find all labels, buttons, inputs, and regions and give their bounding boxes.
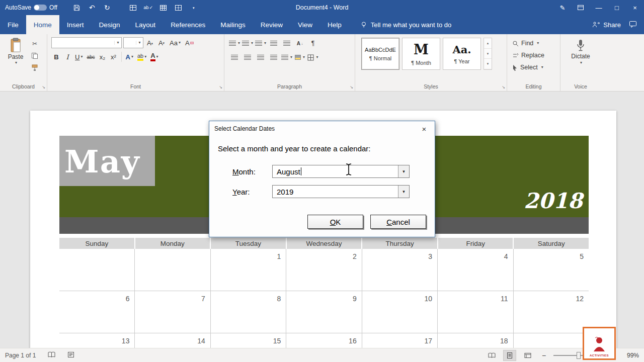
- bold-button[interactable]: B: [51, 51, 61, 62]
- minimize-button[interactable]: —: [590, 0, 608, 15]
- tab-home[interactable]: Home: [26, 15, 59, 34]
- maximize-button[interactable]: □: [608, 0, 626, 15]
- tab-review[interactable]: Review: [253, 15, 290, 34]
- font-name-combobox[interactable]: ▾: [51, 37, 122, 48]
- paragraph-dialog-launcher[interactable]: ↘: [350, 85, 353, 89]
- calendar-cell[interactable]: 13: [59, 333, 135, 348]
- calendar-cell[interactable]: 4: [438, 249, 513, 291]
- increase-indent-button[interactable]: [281, 38, 293, 49]
- year-combobox[interactable]: 2019 ▾: [272, 185, 410, 198]
- justify-button[interactable]: [268, 52, 280, 63]
- styles-dialog-launcher[interactable]: ↘: [502, 85, 505, 89]
- calendar-cell[interactable]: 9: [286, 291, 362, 333]
- dropdown-arrow-icon[interactable]: ▾: [136, 41, 143, 45]
- calendar-cell[interactable]: 5: [514, 249, 589, 291]
- tab-help[interactable]: Help: [320, 15, 349, 34]
- ok-button[interactable]: OK: [307, 215, 363, 229]
- calendar-cell[interactable]: 1: [211, 249, 286, 291]
- calendar-cell[interactable]: 10: [362, 291, 438, 333]
- font-dialog-launcher[interactable]: ↘: [219, 85, 222, 89]
- subscript-button[interactable]: x₂: [98, 51, 108, 62]
- spelling-grammar-button[interactable]: ab✓: [141, 0, 156, 15]
- tab-design[interactable]: Design: [92, 15, 128, 34]
- text-effects-button[interactable]: A▾: [124, 51, 135, 62]
- style-month[interactable]: M ¶ Month: [402, 38, 440, 70]
- web-layout-button[interactable]: [521, 350, 534, 361]
- save-button[interactable]: [69, 0, 85, 15]
- underline-button[interactable]: U▾: [73, 51, 84, 62]
- year-dropdown-button[interactable]: ▾: [398, 186, 409, 198]
- comments-button[interactable]: [629, 21, 637, 29]
- print-layout-button[interactable]: [503, 350, 516, 361]
- calendar-cell[interactable]: 3: [362, 249, 438, 291]
- numbering-button[interactable]: ▾: [242, 38, 254, 49]
- cut-button[interactable]: ✂: [29, 39, 40, 49]
- calendar-cell[interactable]: 17: [362, 333, 438, 348]
- select-button[interactable]: Select ▾: [512, 62, 558, 72]
- calendar-cell[interactable]: 15: [211, 333, 286, 348]
- paste-button[interactable]: Paste ▾: [4, 36, 27, 73]
- tab-layout[interactable]: Layout: [128, 15, 164, 34]
- dialog-title-bar[interactable]: Select Calendar Dates ×: [209, 121, 435, 136]
- style-year[interactable]: Aa. ¶ Year: [443, 38, 481, 70]
- tab-insert[interactable]: Insert: [59, 15, 92, 34]
- redo-button[interactable]: ↻: [100, 0, 115, 15]
- share-button[interactable]: Share: [592, 21, 621, 29]
- tab-view[interactable]: View: [290, 15, 320, 34]
- grow-font-button[interactable]: A▴: [145, 37, 155, 48]
- styles-scroll-down[interactable]: ▾: [484, 49, 492, 59]
- calendar-cell[interactable]: 16: [286, 333, 362, 348]
- strikethrough-button[interactable]: abc: [85, 51, 96, 62]
- find-button[interactable]: Find ▾: [512, 38, 558, 48]
- month-dropdown-button[interactable]: ▾: [398, 165, 409, 177]
- dialog-close-button[interactable]: ×: [414, 121, 435, 136]
- style-normal[interactable]: AaBbCcDdE ¶ Normal: [361, 38, 399, 70]
- change-case-button[interactable]: Aa▾: [168, 37, 182, 48]
- decrease-indent-button[interactable]: [268, 38, 280, 49]
- calendar-cell[interactable]: [514, 333, 589, 348]
- customize-qat-button[interactable]: ▾: [186, 0, 201, 15]
- align-left-button[interactable]: [228, 52, 240, 63]
- insert-table-button[interactable]: [156, 0, 171, 15]
- line-spacing-button[interactable]: ▾: [281, 52, 293, 63]
- autosave-toggle[interactable]: AutoSave Off: [5, 4, 57, 11]
- draw-table-button[interactable]: [126, 0, 141, 15]
- tell-me-box[interactable]: Tell me what you want to do: [360, 15, 451, 34]
- align-center-button[interactable]: [242, 52, 254, 63]
- calendar-cell[interactable]: 8: [211, 291, 286, 333]
- clear-formatting-button[interactable]: A: [184, 37, 195, 48]
- calendar-cell[interactable]: 18: [438, 333, 513, 348]
- font-color-button[interactable]: A▾: [149, 51, 159, 62]
- clipboard-dialog-launcher[interactable]: ↘: [42, 85, 45, 89]
- tab-file[interactable]: File: [0, 15, 26, 34]
- sort-button[interactable]: A↓: [294, 38, 306, 49]
- bullets-button[interactable]: ▾: [228, 38, 240, 49]
- zoom-level[interactable]: 99%: [623, 352, 639, 359]
- zoom-slider-thumb[interactable]: [577, 352, 581, 359]
- calendar-cell[interactable]: 2: [286, 249, 362, 291]
- accessibility-checker-button[interactable]: [67, 351, 74, 359]
- month-combobox[interactable]: August ▾: [272, 165, 410, 178]
- calendar-cell[interactable]: [135, 249, 210, 291]
- shading-button[interactable]: ▾: [294, 52, 306, 63]
- calendar-cell[interactable]: [59, 249, 135, 291]
- calendar-cell[interactable]: 7: [135, 291, 210, 333]
- replace-button[interactable]: Replace: [512, 50, 558, 60]
- styles-scroll-up[interactable]: ▴: [484, 38, 492, 49]
- calendar-cell[interactable]: 6: [59, 291, 135, 333]
- calendar-cell[interactable]: 11: [438, 291, 513, 333]
- calendar-cell[interactable]: 12: [514, 291, 589, 333]
- show-hide-marks-button[interactable]: ¶: [307, 38, 319, 49]
- font-size-combobox[interactable]: ▾: [123, 37, 143, 48]
- ribbon-display-options-button[interactable]: [572, 0, 590, 15]
- multilevel-list-button[interactable]: ▾: [255, 38, 267, 49]
- close-button[interactable]: ×: [626, 0, 644, 15]
- read-mode-button[interactable]: [485, 350, 498, 361]
- borders-qat-button[interactable]: [171, 0, 186, 15]
- highlight-button[interactable]: ab▾: [136, 51, 148, 62]
- dropdown-arrow-icon[interactable]: ▾: [114, 41, 121, 45]
- page-indicator[interactable]: Page 1 of 1: [5, 352, 36, 359]
- copy-button[interactable]: [29, 51, 40, 61]
- borders-button[interactable]: ▾: [307, 52, 319, 63]
- zoom-out-button[interactable]: −: [539, 350, 548, 361]
